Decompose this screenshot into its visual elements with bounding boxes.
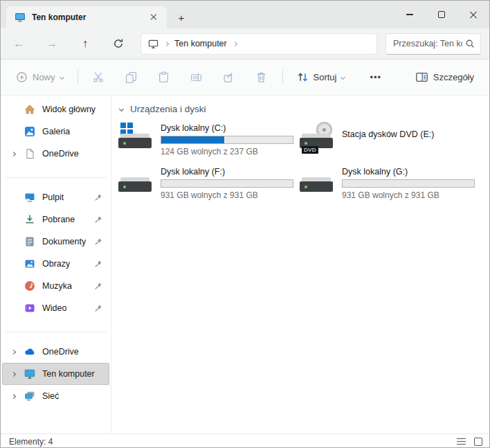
tab-close-button[interactable] bbox=[146, 10, 161, 25]
sidebar-separator bbox=[5, 332, 107, 332]
paste-button[interactable] bbox=[153, 66, 175, 89]
documents-icon bbox=[24, 236, 35, 247]
cut-button[interactable] bbox=[88, 66, 110, 89]
cut-icon bbox=[93, 71, 105, 83]
sidebar-item-label: Galeria bbox=[42, 127, 70, 136]
items-count-label: Elementy: 4 bbox=[9, 437, 53, 447]
sidebar-item-siec[interactable]: Sieć bbox=[2, 385, 109, 407]
sidebar-item-obrazy[interactable]: Obrazy bbox=[2, 253, 109, 275]
sidebar-item-onedrive[interactable]: OneDrive bbox=[2, 341, 109, 363]
pin-icon bbox=[94, 193, 102, 201]
sidebar-item-dokumenty[interactable]: Dokumenty bbox=[2, 231, 109, 253]
details-button-label: Szczegóły bbox=[433, 72, 474, 82]
tab-label: Ten komputer bbox=[32, 12, 140, 22]
capacity-bar bbox=[342, 179, 475, 188]
maximize-icon bbox=[438, 11, 445, 18]
sidebar-item-label: Pulpit bbox=[42, 192, 64, 202]
pin-icon bbox=[94, 304, 102, 312]
sidebar-item-galeria[interactable]: Galeria bbox=[2, 120, 109, 143]
search-icon bbox=[465, 39, 475, 48]
sidebar-item-widok-glowny[interactable]: Widok główny bbox=[2, 98, 109, 120]
capacity-bar bbox=[161, 179, 293, 188]
group-header-devices-and-drives[interactable]: Urządzenia i dyski bbox=[120, 104, 489, 114]
share-button[interactable] bbox=[218, 66, 240, 89]
chevron-down-icon bbox=[59, 75, 64, 80]
search-input[interactable] bbox=[393, 39, 462, 48]
plus-circle-icon bbox=[16, 71, 28, 83]
this-pc-monitor-icon bbox=[15, 12, 26, 23]
more-options-button[interactable]: ••• bbox=[364, 68, 387, 87]
titlebar: Ten komputer + bbox=[1, 1, 489, 28]
sidebar-item-pulpit[interactable]: Pulpit bbox=[2, 186, 109, 208]
new-tab-button[interactable]: + bbox=[174, 10, 189, 25]
large-icons-view-button[interactable] bbox=[474, 438, 482, 446]
pin-icon bbox=[94, 215, 102, 224]
pictures-icon bbox=[24, 258, 35, 269]
sidebar-item-label: Muzyka bbox=[42, 281, 72, 291]
free-space-label: 931 GB wolnych z 931 GB bbox=[161, 190, 293, 200]
details-pane-button[interactable]: Szczegóły bbox=[411, 66, 478, 88]
refresh-icon bbox=[113, 38, 124, 49]
pin-icon bbox=[94, 282, 102, 290]
delete-button[interactable] bbox=[251, 66, 273, 89]
toolbar-separator bbox=[78, 70, 78, 85]
capacity-bar bbox=[161, 136, 293, 144]
drive-tile-f[interactable]: Dysk lokalny (F:) 931 GB wolnych z 931 G… bbox=[118, 166, 300, 204]
search-box[interactable] bbox=[385, 33, 481, 55]
new-button[interactable]: Nowy bbox=[12, 67, 68, 87]
back-button[interactable]: ← bbox=[8, 33, 30, 55]
minimize-button[interactable] bbox=[394, 1, 426, 28]
sidebar-item-label: Obrazy bbox=[42, 259, 70, 269]
chevron-right-icon[interactable] bbox=[10, 393, 15, 398]
status-bar: Elementy: 4 bbox=[1, 433, 489, 448]
chevron-right-icon[interactable] bbox=[10, 349, 15, 354]
chevron-right-icon[interactable] bbox=[10, 371, 15, 376]
free-space-label: 124 GB wolnych z 237 GB bbox=[161, 147, 293, 156]
document-icon bbox=[24, 148, 35, 159]
list-view-button[interactable] bbox=[457, 438, 466, 445]
svg-text:ab: ab bbox=[193, 75, 199, 80]
sidebar-item-label: Sieć bbox=[42, 391, 59, 401]
sidebar-item-onedrive-top[interactable]: OneDrive bbox=[2, 143, 109, 165]
local-drive-icon bbox=[118, 166, 152, 195]
address-bar[interactable]: Ten komputer bbox=[140, 33, 377, 55]
sidebar-item-label: Wideo bbox=[42, 303, 66, 313]
sidebar-item-pobrane[interactable]: Pobrane bbox=[2, 208, 109, 231]
refresh-button[interactable] bbox=[107, 33, 129, 55]
close-button[interactable] bbox=[457, 1, 489, 28]
toolbar-separator bbox=[282, 70, 283, 85]
breadcrumb-chevron-icon bbox=[233, 41, 237, 46]
sidebar-item-ten-komputer[interactable]: Ten komputer bbox=[2, 363, 109, 385]
up-button[interactable]: ↑ bbox=[74, 33, 96, 55]
command-bar: Nowy ab bbox=[1, 60, 489, 96]
maximize-button[interactable] bbox=[426, 1, 457, 28]
sidebar-item-label: OneDrive bbox=[42, 347, 79, 357]
system-drive-icon bbox=[118, 123, 152, 152]
sidebar-item-muzyka[interactable]: Muzyka bbox=[2, 275, 109, 297]
home-icon bbox=[24, 104, 35, 115]
breadcrumb-item[interactable]: Ten komputer bbox=[174, 39, 227, 48]
drive-name: Dysk lokalny (F:) bbox=[161, 167, 293, 177]
dvd-drive-icon: DVD bbox=[300, 123, 333, 152]
sort-button-label: Sortuj bbox=[314, 72, 337, 82]
copy-button[interactable] bbox=[120, 66, 143, 89]
minimize-icon bbox=[406, 14, 413, 15]
sidebar-item-wideo[interactable]: Wideo bbox=[2, 297, 109, 319]
pin-icon bbox=[94, 260, 102, 268]
this-pc-monitor-icon bbox=[24, 368, 35, 379]
forward-button[interactable]: → bbox=[41, 33, 63, 55]
drive-tile-c[interactable]: Dysk lokalny (C:) 124 GB wolnych z 237 G… bbox=[118, 123, 300, 160]
drive-tile-g[interactable]: Dysk lokalny (G:) 931 GB wolnych z 931 G… bbox=[300, 166, 481, 204]
sort-button[interactable]: Sortuj bbox=[293, 67, 350, 87]
drive-name: Dysk lokalny (C:) bbox=[161, 123, 293, 133]
capacity-bar-fill bbox=[161, 136, 224, 143]
collapse-chevron-icon[interactable] bbox=[119, 107, 124, 111]
tab-ten-komputer[interactable]: Ten komputer bbox=[6, 6, 167, 28]
share-icon bbox=[223, 71, 235, 83]
pin-icon bbox=[94, 238, 102, 246]
drive-tile-e[interactable]: DVD Stacja dysków DVD (E:) bbox=[300, 123, 481, 160]
breadcrumb-chevron-icon bbox=[164, 41, 169, 46]
rename-button[interactable]: ab bbox=[185, 66, 208, 89]
chevron-right-icon[interactable] bbox=[10, 151, 15, 156]
sort-icon bbox=[297, 71, 309, 83]
